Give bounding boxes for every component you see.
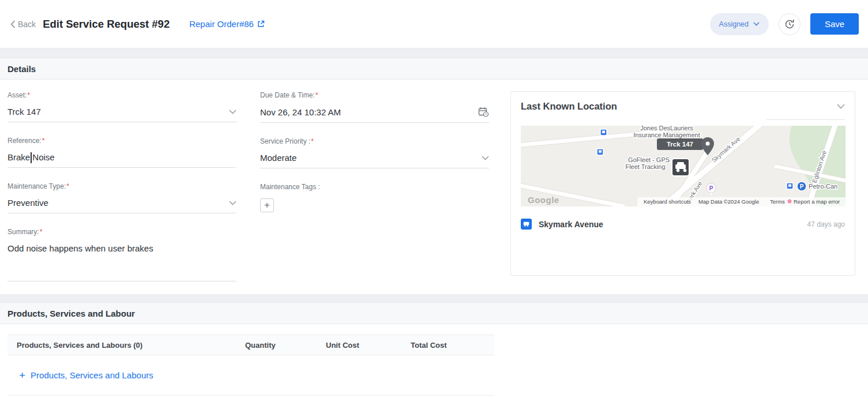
required-mark: * bbox=[42, 137, 45, 145]
business-label: Fleet Tracking bbox=[625, 163, 665, 170]
maintenance-type-select[interactable]: Preventive bbox=[7, 198, 236, 213]
products-add-row: + Products, Services and Labours bbox=[7, 355, 494, 396]
asset-select[interactable]: Trck 147 bbox=[7, 107, 236, 122]
column-header-quantity: Quantity bbox=[236, 341, 317, 350]
required-mark: * bbox=[66, 182, 69, 190]
time-ago-label: 47 days ago bbox=[807, 220, 845, 228]
chevron-down-icon[interactable] bbox=[837, 104, 845, 109]
reference-label: Reference:* bbox=[7, 137, 236, 145]
due-date-label: Due Date & Time:* bbox=[260, 91, 489, 99]
service-priority-field: Service Priority :* Moderate bbox=[260, 137, 489, 168]
service-priority-label: Service Priority :* bbox=[260, 137, 489, 145]
maintenance-type-value: Preventive bbox=[7, 198, 48, 208]
transit-stop-icon bbox=[597, 149, 603, 155]
reference-field: Reference:* Brake Noise bbox=[7, 137, 236, 168]
map[interactable]: Jones DesLauriers Insurance Management G… bbox=[521, 126, 846, 206]
card-divider bbox=[766, 119, 845, 120]
details-section-title: Details bbox=[7, 64, 36, 74]
last-known-location-card: Last Known Location bbox=[510, 91, 855, 276]
chevron-down-icon bbox=[229, 110, 236, 114]
service-priority-select[interactable]: Moderate bbox=[260, 153, 489, 168]
form-column-middle: Due Date & Time:* Nov 26, 24 10:32 AM Se… bbox=[260, 91, 489, 277]
asset-value: Trck 147 bbox=[7, 107, 41, 117]
products-section-bar: Products, Services and Labour bbox=[0, 302, 868, 324]
keyboard-shortcuts-link[interactable]: Keyboard shortcuts bbox=[644, 198, 691, 205]
form-column-left: Asset:* Trck 147 Reference:* Brake Noise… bbox=[7, 91, 236, 277]
calendar-clock-icon bbox=[478, 107, 489, 117]
svg-text:P: P bbox=[709, 185, 713, 191]
column-header-unit-cost: Unit Cost bbox=[317, 341, 401, 350]
required-mark: * bbox=[27, 91, 30, 99]
business-label: Insurance Management bbox=[633, 132, 700, 138]
chevron-down-icon bbox=[753, 22, 760, 26]
add-products-label: Products, Services and Labours bbox=[31, 370, 153, 380]
maintenance-tags-label: Maintenance Tags : bbox=[260, 183, 489, 191]
chevron-left-icon bbox=[10, 20, 16, 28]
back-button[interactable]: Back bbox=[10, 20, 36, 29]
transit-stop-icon bbox=[787, 183, 793, 189]
address-label: Skymark Avenue bbox=[539, 220, 603, 229]
text-cursor bbox=[31, 152, 32, 163]
save-button[interactable]: Save bbox=[810, 13, 859, 35]
location-card-title: Last Known Location bbox=[521, 101, 617, 112]
back-label: Back bbox=[18, 20, 36, 29]
details-content: Asset:* Trck 147 Reference:* Brake Noise… bbox=[0, 80, 868, 294]
page-title: Edit Service Request #92 bbox=[43, 18, 170, 31]
repair-order-label: Repair Order#86 bbox=[189, 19, 254, 29]
location-card-header: Last Known Location bbox=[521, 101, 845, 112]
asset-label: Asset:* bbox=[7, 91, 236, 99]
vehicle-tooltip-label: Trck 147 bbox=[667, 141, 693, 148]
summary-value: Odd noise happens when user brakes bbox=[7, 243, 153, 253]
poi-label: Petro-Can bbox=[809, 183, 837, 190]
required-mark: * bbox=[315, 91, 318, 99]
repair-order-link[interactable]: Repair Order#86 bbox=[189, 19, 265, 29]
reference-input[interactable]: Brake Noise bbox=[7, 152, 236, 168]
details-section-bar: Details bbox=[0, 58, 868, 80]
transit-stop-icon bbox=[600, 129, 607, 136]
summary-field: Summary:* Odd noise happens when user br… bbox=[7, 228, 236, 281]
terms-link[interactable]: Terms bbox=[770, 198, 785, 205]
chevron-down-icon bbox=[229, 201, 236, 205]
report-map-error-link[interactable]: Report a map error bbox=[794, 198, 840, 205]
maintenance-tags-field: Maintenance Tags : + bbox=[260, 183, 489, 212]
map-data-attribution: Map Data ©2024 Google bbox=[698, 198, 759, 205]
section-gap bbox=[0, 294, 868, 302]
map-error-marker-icon bbox=[788, 200, 792, 204]
history-refresh-button[interactable] bbox=[779, 13, 801, 35]
header: Back Edit Service Request #92 Repair Ord… bbox=[0, 0, 868, 48]
service-priority-value: Moderate bbox=[260, 153, 296, 163]
due-date-field: Due Date & Time:* Nov 26, 24 10:32 AM bbox=[260, 91, 489, 123]
maintenance-type-label: Maintenance Type:* bbox=[7, 182, 236, 190]
business-label: GoFleet - GPS bbox=[628, 156, 670, 163]
svg-text:P: P bbox=[800, 183, 804, 190]
add-products-button[interactable]: + Products, Services and Labours bbox=[19, 370, 153, 380]
plus-icon: + bbox=[19, 371, 25, 380]
products-table-header: Products, Services and Labours (0) Quant… bbox=[7, 335, 494, 355]
history-refresh-icon bbox=[784, 18, 795, 30]
google-logo: Google bbox=[528, 195, 559, 205]
required-mark: * bbox=[40, 228, 43, 236]
status-label: Assigned bbox=[719, 20, 749, 28]
petro-can-poi: P Petro-Can bbox=[797, 182, 837, 191]
header-gap bbox=[0, 48, 868, 58]
due-date-value: Nov 26, 24 10:32 AM bbox=[260, 107, 341, 117]
summary-label: Summary:* bbox=[7, 228, 236, 236]
products-table: Products, Services and Labours (0) Quant… bbox=[7, 335, 494, 396]
summary-textarea[interactable]: Odd noise happens when user brakes bbox=[7, 243, 236, 281]
address-row: Skymark Avenue 47 days ago bbox=[521, 219, 845, 230]
business-label: Jones DesLauriers bbox=[640, 126, 693, 132]
shuttle-icon bbox=[521, 219, 532, 230]
maintenance-type-field: Maintenance Type:* Preventive bbox=[7, 182, 236, 213]
due-date-picker[interactable]: Nov 26, 24 10:32 AM bbox=[260, 107, 489, 123]
products-section-title: Products, Services and Labour bbox=[7, 309, 135, 318]
add-tag-button[interactable]: + bbox=[260, 198, 274, 212]
header-actions: Assigned Save bbox=[710, 13, 859, 35]
status-dropdown[interactable]: Assigned bbox=[710, 13, 769, 35]
column-header-total-cost: Total Cost bbox=[401, 341, 494, 350]
chevron-down-icon bbox=[482, 156, 489, 160]
asset-field: Asset:* Trck 147 bbox=[7, 91, 236, 122]
external-link-icon bbox=[257, 20, 265, 28]
required-mark: * bbox=[311, 137, 314, 145]
column-header-products: Products, Services and Labours (0) bbox=[7, 341, 236, 350]
